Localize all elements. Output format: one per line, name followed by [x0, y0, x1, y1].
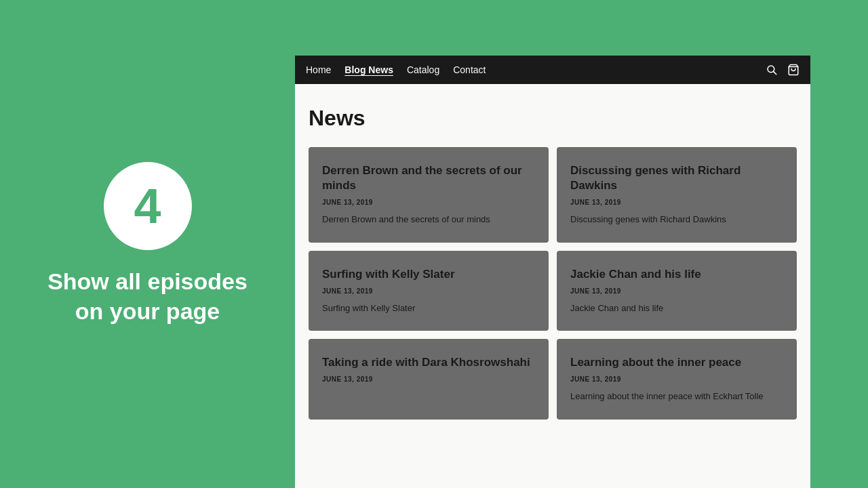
blog-card[interactable]: Jackie Chan and his life JUNE 13, 2019 J…: [557, 251, 797, 331]
browser-window: Home Blog News Catalog Contact My store …: [295, 56, 810, 488]
blog-card-title: Jackie Chan and his life: [570, 267, 783, 282]
nav-home[interactable]: Home: [306, 64, 331, 75]
blog-card-title: Surfing with Kelly Slater: [322, 267, 535, 282]
blog-card-excerpt: Learning about the inner peace with Eckh…: [570, 390, 783, 403]
step-number: 4: [134, 182, 161, 230]
blog-card-date: JUNE 13, 2019: [570, 375, 783, 383]
blog-card[interactable]: Learning about the inner peace JUNE 13, …: [557, 339, 797, 420]
step-badge: 4: [104, 162, 192, 250]
nav-links: Home Blog News Catalog Contact: [306, 64, 766, 75]
nav-bar: Home Blog News Catalog Contact My store …: [295, 56, 810, 84]
blog-card[interactable]: Taking a ride with Dara Khosrowshahi JUN…: [309, 339, 549, 420]
blog-card[interactable]: Surfing with Kelly Slater JUNE 13, 2019 …: [309, 251, 549, 331]
blog-card-date: JUNE 13, 2019: [570, 199, 783, 206]
blog-card-excerpt: Discussing genes with Richard Dawkins: [570, 213, 783, 226]
search-icon[interactable]: [766, 64, 778, 76]
blog-card-excerpt: Derren Brown and the secrets of our mind…: [322, 213, 535, 226]
blog-card-title: Derren Brown and the secrets of our mind…: [322, 163, 535, 193]
blog-card-excerpt: Surfing with Kelly Slater: [322, 302, 535, 315]
nav-blog-news[interactable]: Blog News: [344, 64, 393, 75]
cart-icon[interactable]: [787, 64, 800, 76]
blog-card-date: JUNE 13, 2019: [570, 287, 783, 295]
blog-card-date: JUNE 13, 2019: [322, 287, 535, 295]
page-title: News: [309, 106, 797, 131]
blog-card-excerpt: Jackie Chan and his life: [570, 302, 783, 315]
svg-line-1: [774, 72, 776, 75]
tagline: Show all episodes on your page: [47, 266, 248, 326]
left-panel: 4 Show all episodes on your page: [0, 0, 295, 488]
blog-card-title: Discussing genes with Richard Dawkins: [570, 163, 783, 193]
blog-card-date: JUNE 13, 2019: [322, 375, 535, 383]
blog-card[interactable]: Derren Brown and the secrets of our mind…: [309, 147, 549, 243]
nav-contact[interactable]: Contact: [453, 64, 486, 75]
blog-card-date: JUNE 13, 2019: [322, 199, 535, 206]
blog-card-title: Learning about the inner peace: [570, 355, 783, 370]
nav-icons: [766, 64, 800, 76]
blog-grid: Derren Brown and the secrets of our mind…: [309, 147, 797, 420]
blog-card[interactable]: Discussing genes with Richard Dawkins JU…: [557, 147, 797, 243]
content-area: News Derren Brown and the secrets of our…: [295, 84, 810, 488]
nav-catalog[interactable]: Catalog: [407, 64, 439, 75]
blog-card-title: Taking a ride with Dara Khosrowshahi: [322, 355, 535, 370]
